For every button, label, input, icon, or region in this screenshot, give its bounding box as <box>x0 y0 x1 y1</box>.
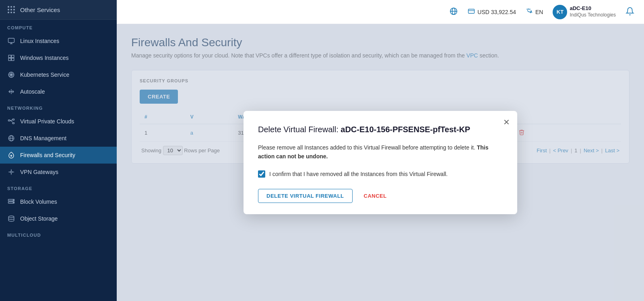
networking-section-label: NETWORKING <box>0 100 117 113</box>
user-name: aDC-E10 <box>570 5 616 12</box>
globe-selector[interactable] <box>449 7 458 17</box>
windows-icon <box>7 54 15 62</box>
sidebar: Other Services COMPUTE Linux Instances W… <box>0 0 117 301</box>
vpn-icon <box>7 168 15 176</box>
sidebar-item-kubernetes[interactable]: Kubernetes Service <box>0 66 117 83</box>
currency-label: USD 33,922.54 <box>477 9 516 15</box>
top-header: USD 33,922.54 EN KT aDC-E10 IndiQus Tech… <box>117 0 644 24</box>
language-selector[interactable]: EN <box>526 8 543 16</box>
svg-rect-1 <box>8 55 11 57</box>
svg-point-17 <box>8 216 14 218</box>
windows-instances-label: Windows Instances <box>20 55 69 61</box>
svg-rect-4 <box>12 58 14 61</box>
modal-close-button[interactable]: ✕ <box>503 118 510 126</box>
user-info: aDC-E10 IndiQus Technologies <box>570 5 616 18</box>
svg-rect-6 <box>8 120 10 121</box>
storage-section-label: STORAGE <box>0 180 117 193</box>
vpc-icon <box>7 117 15 125</box>
svg-point-15 <box>13 200 14 201</box>
multicloud-section-label: MULTICLOUD <box>0 227 117 240</box>
cancel-button[interactable]: CANCEL <box>359 189 392 203</box>
billing-icon <box>468 8 475 16</box>
svg-point-12 <box>10 171 12 173</box>
linux-icon <box>7 37 15 45</box>
main-content: USD 33,922.54 EN KT aDC-E10 IndiQus Tech… <box>117 0 644 301</box>
globe-icon <box>449 7 458 17</box>
dns-label: DNS Management <box>20 135 66 141</box>
firewalls-label: Firewalls and Security <box>20 152 75 158</box>
sidebar-item-autoscale[interactable]: Autoscale <box>0 83 117 100</box>
confirm-checkbox[interactable] <box>258 170 265 178</box>
translate-icon <box>526 8 533 16</box>
sidebar-item-windows-instances[interactable]: Windows Instances <box>0 49 117 66</box>
billing-info[interactable]: USD 33,922.54 <box>468 8 516 16</box>
sidebar-item-vpc[interactable]: Virtual Private Clouds <box>0 113 117 130</box>
avatar: KT <box>553 5 567 19</box>
block-volumes-icon <box>7 198 15 206</box>
kubernetes-label: Kubernetes Service <box>20 72 69 78</box>
svg-rect-8 <box>12 123 14 124</box>
sidebar-item-linux-instances[interactable]: Linux Instances <box>0 33 117 49</box>
page-content: Firewalls And Security Manage security o… <box>117 24 644 301</box>
autoscale-label: Autoscale <box>20 88 45 95</box>
svg-rect-3 <box>8 58 11 61</box>
object-storage-label: Object Storage <box>20 215 58 222</box>
bell-icon <box>625 7 634 17</box>
sidebar-item-vpn[interactable]: VPN Gateways <box>0 164 117 180</box>
linux-instances-label: Linux Instances <box>20 38 59 44</box>
block-volumes-label: Block Volumes <box>20 199 57 205</box>
delete-firewall-modal: ✕ Delete Virtual Firewall: aDC-E10-156-P… <box>244 111 517 215</box>
modal-title: Delete Virtual Firewall: aDC-E10-156-PFS… <box>258 124 503 135</box>
kubernetes-icon <box>7 71 15 79</box>
grid-icon <box>7 6 15 14</box>
sidebar-other-services[interactable]: Other Services <box>0 0 117 20</box>
object-storage-icon <box>7 215 15 223</box>
dns-icon <box>7 134 15 142</box>
sidebar-item-object-storage[interactable]: Object Storage <box>0 210 117 227</box>
language-label: EN <box>535 9 543 15</box>
firewall-icon <box>7 151 15 159</box>
svg-point-11 <box>11 155 12 156</box>
notifications[interactable] <box>625 7 634 17</box>
svg-point-16 <box>13 202 14 203</box>
modal-checkbox-row: I confirm that I have removed all the In… <box>258 170 503 178</box>
user-org: IndiQus Technologies <box>570 12 616 18</box>
svg-rect-7 <box>12 119 14 120</box>
vpn-label: VPN Gateways <box>20 169 58 175</box>
confirm-label: I confirm that I have removed all the In… <box>269 171 448 177</box>
modal-overlay: ✕ Delete Virtual Firewall: aDC-E10-156-P… <box>117 24 644 301</box>
sidebar-item-dns[interactable]: DNS Management <box>0 130 117 147</box>
vpc-label: Virtual Private Clouds <box>20 118 74 125</box>
modal-actions: DELETE VIRTUAL FIREWALL CANCEL <box>258 189 503 203</box>
modal-body: Please remove all Instances added to thi… <box>258 143 503 161</box>
svg-rect-20 <box>469 9 475 14</box>
user-profile[interactable]: KT aDC-E10 IndiQus Technologies <box>553 5 616 19</box>
delete-firewall-button[interactable]: DELETE VIRTUAL FIREWALL <box>258 189 353 203</box>
svg-rect-2 <box>12 55 14 57</box>
autoscale-icon <box>7 88 15 96</box>
sidebar-item-block-volumes[interactable]: Block Volumes <box>0 193 117 210</box>
sidebar-item-firewalls[interactable]: Firewalls and Security <box>0 147 117 164</box>
compute-section-label: COMPUTE <box>0 20 117 33</box>
other-services-label: Other Services <box>20 6 60 13</box>
svg-rect-0 <box>8 38 14 43</box>
